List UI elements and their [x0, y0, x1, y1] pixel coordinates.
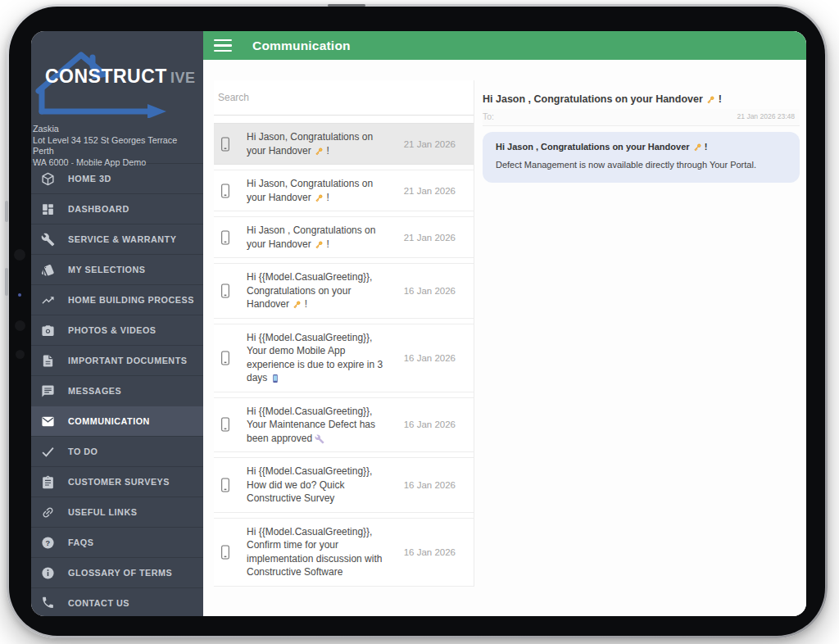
sidebar-item-label: TO DO — [68, 447, 98, 456]
message-list-item[interactable]: Hi Jason, Congratulations on your Handov… — [214, 170, 474, 211]
message-list-item[interactable]: Hi {{Model.CasualGreeting}}, Congratulat… — [214, 263, 474, 319]
sidebar-item-label: SERVICE & WARRANTY — [68, 234, 176, 244]
message-date: 21 Jan 2026 — [394, 139, 474, 149]
content-area: Hi Jason, Congratulations on your Handov… — [203, 60, 806, 616]
smartphone-icon — [219, 347, 235, 369]
brand-name-primary: CONSTRUCT — [45, 66, 167, 88]
swatches-icon — [41, 263, 56, 277]
sidebar-item-label: CUSTOMER SURVEYS — [68, 477, 170, 487]
clipboard-icon — [41, 475, 56, 489]
sidebar-item-label: GLOSSARY OF TERMS — [68, 568, 172, 578]
cube-3d-icon — [41, 172, 56, 186]
message-list: Hi Jason, Congratulations on your Handov… — [214, 123, 474, 587]
sidebar-item-useful-links[interactable]: USEFUL LINKS — [31, 497, 203, 527]
message-preview: Hi Jason, Congratulations on your Handov… — [247, 177, 394, 204]
message-preview: Hi Jason, Congratulations on your Handov… — [247, 130, 394, 157]
user-address-line1: Lot Level 34 152 St Georges Terrace Pert… — [33, 135, 200, 157]
message-list-item[interactable]: Hi {{Model.CasualGreeting}}, Your Mainte… — [214, 397, 474, 453]
sidebar-item-label: HOME 3D — [68, 174, 111, 184]
sidebar-item-my-selections[interactable]: MY SELECTIONS — [31, 254, 203, 284]
dashboard-icon — [41, 202, 56, 216]
message-list-item[interactable]: Hi {{Model.CasualGreeting}}, Confirm tim… — [214, 518, 474, 587]
message-date: 16 Jan 2026 — [394, 353, 474, 363]
sidebar-item-photos-videos[interactable]: PHOTOS & VIDEOS — [31, 315, 203, 345]
key-emoji — [692, 143, 702, 152]
key-emoji — [292, 298, 302, 308]
message-preview: Hi {{Model.CasualGreeting}}, How did we … — [247, 465, 394, 506]
message-date: 21 Jan 2026 — [394, 186, 474, 196]
checkmark-icon — [41, 445, 56, 459]
mobile-phone-emoji — [270, 372, 280, 382]
wrench-emoji — [315, 433, 324, 442]
user-info: Zaskia Lot Level 34 152 St Georges Terra… — [31, 121, 203, 163]
sidebar-item-dashboard[interactable]: DASHBOARD — [31, 193, 203, 224]
sidebar-item-label: FAQS — [68, 537, 93, 547]
key-emoji — [314, 238, 324, 248]
message-list-item[interactable]: Hi Jason , Congratulations on your Hando… — [214, 216, 474, 258]
link-icon — [41, 506, 56, 519]
message-date: 21 Jan 2026 — [394, 233, 474, 243]
sidebar-item-home-3d[interactable]: HOME 3D — [31, 163, 203, 193]
sidebar-item-communication[interactable]: COMMUNICATION — [31, 406, 203, 436]
bubble-body: Defect Management is now available direc… — [496, 160, 787, 170]
bezel-dot — [15, 320, 25, 331]
message-list-item[interactable]: Hi {{Model.CasualGreeting}}, How did we … — [214, 457, 474, 513]
message-preview: Hi {{Model.CasualGreeting}}, Your demo M… — [247, 331, 394, 385]
message-list-item[interactable]: Hi {{Model.CasualGreeting}}, Your demo M… — [214, 324, 474, 392]
sidebar-item-label: MY SELECTIONS — [68, 265, 146, 274]
sidebar-item-messages[interactable]: MESSAGES — [31, 375, 203, 406]
tablet-side-button — [5, 201, 8, 222]
message-subject: Hi Jason , Congratulations on your Hando… — [483, 93, 800, 105]
message-preview: Hi Jason , Congratulations on your Hando… — [247, 224, 394, 251]
sidebar-item-important-documents[interactable]: IMPORTANT DOCUMENTS — [31, 345, 203, 375]
tablet-side-button — [5, 268, 8, 296]
smartphone-icon — [219, 227, 235, 248]
sidebar-item-label: HOME BUILDING PROCESS — [68, 295, 194, 305]
smartphone-icon — [219, 280, 235, 302]
bubble-title: Hi Jason , Congratulations on your Hando… — [496, 142, 787, 152]
sidebar-item-glossary-of-terms[interactable]: GLOSSARY OF TERMS — [31, 557, 203, 587]
message-date: 16 Jan 2026 — [394, 420, 474, 429]
document-icon — [41, 354, 56, 368]
message-detail-panel: Hi Jason , Congratulations on your Hando… — [474, 80, 806, 183]
key-emoji — [314, 145, 324, 155]
bezel-dot — [18, 293, 21, 297]
message-list-panel: Hi Jason, Congratulations on your Handov… — [214, 80, 474, 587]
tablet-bezel: CONSTRUCT IVE Zaskia Lot Level 34 152 St… — [9, 7, 825, 636]
brand-logo: CONSTRUCT IVE — [31, 31, 203, 121]
message-list-item[interactable]: Hi Jason, Congratulations on your Handov… — [214, 123, 474, 165]
key-emoji — [705, 94, 715, 104]
bezel-dot — [14, 249, 25, 261]
smartphone-icon — [219, 474, 235, 496]
phone-icon — [41, 596, 56, 610]
camera-icon — [41, 324, 56, 338]
sidebar-item-label: USEFUL LINKS — [68, 507, 137, 517]
sidebar-item-faqs[interactable]: ?FAQS — [31, 527, 203, 557]
sidebar-item-customer-surveys[interactable]: CUSTOMER SURVEYS — [31, 466, 203, 497]
to-label: To: — [483, 111, 494, 121]
svg-text:?: ? — [46, 538, 51, 546]
trending-up-icon — [41, 293, 56, 307]
sidebar-item-label: DASHBOARD — [68, 204, 129, 214]
brand-name-secondary: IVE — [170, 70, 196, 87]
sidebar-item-label: IMPORTANT DOCUMENTS — [68, 356, 187, 365]
app-screen: CONSTRUCT IVE Zaskia Lot Level 34 152 St… — [31, 31, 806, 616]
hamburger-menu-icon[interactable] — [214, 39, 232, 52]
smartphone-icon — [219, 542, 235, 563]
sidebar-item-to-do[interactable]: TO DO — [31, 436, 203, 466]
sidebar-item-home-building-process[interactable]: HOME BUILDING PROCESS — [31, 284, 203, 315]
sidebar-nav: HOME 3DDASHBOARDSERVICE & WARRANTYMY SEL… — [31, 163, 203, 616]
message-date: 16 Jan 2026 — [394, 480, 474, 490]
message-bubble: Hi Jason , Congratulations on your Hando… — [483, 132, 800, 183]
sidebar-item-label: PHOTOS & VIDEOS — [68, 325, 156, 335]
wrench-icon — [41, 233, 56, 247]
smartphone-icon — [219, 414, 235, 435]
envelope-icon — [41, 415, 56, 429]
message-preview: Hi {{Model.CasualGreeting}}, Your Mainte… — [247, 405, 394, 446]
message-timestamp: 21 Jan 2026 23:48 — [737, 112, 795, 120]
sidebar-item-service-warranty[interactable]: SERVICE & WARRANTY — [31, 224, 203, 254]
chat-icon — [41, 384, 56, 398]
sidebar-item-contact-us[interactable]: CONTACT US — [31, 587, 203, 616]
search-input[interactable] — [218, 88, 472, 115]
sidebar-item-label: COMMUNICATION — [68, 416, 150, 426]
